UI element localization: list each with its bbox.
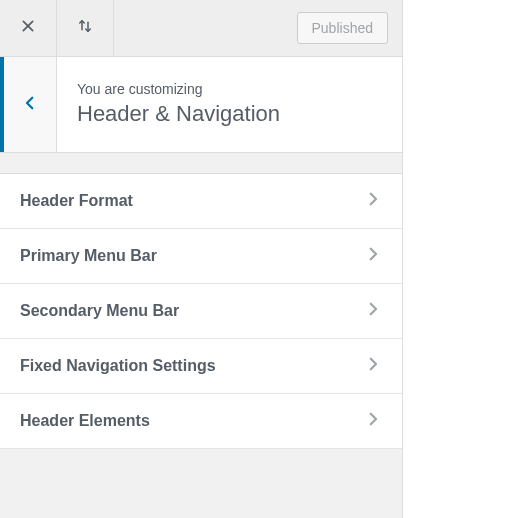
menu-item-fixed-navigation-settings[interactable]: Fixed Navigation Settings bbox=[0, 339, 402, 394]
customizer-panel: Published You are customizing Header & N… bbox=[0, 0, 403, 518]
menu-item-label: Header Format bbox=[20, 192, 133, 210]
menu-item-label: Secondary Menu Bar bbox=[20, 302, 179, 320]
menu-item-header-format[interactable]: Header Format bbox=[0, 174, 402, 229]
section-header: You are customizing Header & Navigation bbox=[0, 57, 402, 153]
section-title-area: You are customizing Header & Navigation bbox=[57, 57, 402, 152]
chevron-right-icon bbox=[364, 300, 382, 322]
menu-item-label: Header Elements bbox=[20, 412, 150, 430]
publish-button[interactable]: Published bbox=[297, 12, 389, 44]
chevron-left-icon bbox=[21, 94, 39, 116]
panel-bottom bbox=[0, 449, 402, 518]
menu-item-label: Primary Menu Bar bbox=[20, 247, 157, 265]
sort-arrows-icon bbox=[76, 17, 94, 39]
chevron-right-icon bbox=[364, 355, 382, 377]
topbar-spacer: Published bbox=[114, 0, 402, 56]
menu-item-header-elements[interactable]: Header Elements bbox=[0, 394, 402, 449]
close-icon bbox=[20, 18, 36, 38]
chevron-right-icon bbox=[364, 190, 382, 212]
reorder-button[interactable] bbox=[57, 0, 114, 56]
section-title: Header & Navigation bbox=[77, 101, 382, 127]
close-button[interactable] bbox=[0, 0, 57, 56]
customizing-label: You are customizing bbox=[77, 81, 382, 97]
chevron-right-icon bbox=[364, 245, 382, 267]
panel-gap bbox=[0, 153, 402, 173]
menu-item-label: Fixed Navigation Settings bbox=[20, 357, 216, 375]
menu-item-secondary-menu-bar[interactable]: Secondary Menu Bar bbox=[0, 284, 402, 339]
menu-list: Header Format Primary Menu Bar Secondary… bbox=[0, 173, 402, 449]
back-button[interactable] bbox=[0, 57, 57, 152]
chevron-right-icon bbox=[364, 410, 382, 432]
customizer-topbar: Published bbox=[0, 0, 402, 57]
menu-item-primary-menu-bar[interactable]: Primary Menu Bar bbox=[0, 229, 402, 284]
